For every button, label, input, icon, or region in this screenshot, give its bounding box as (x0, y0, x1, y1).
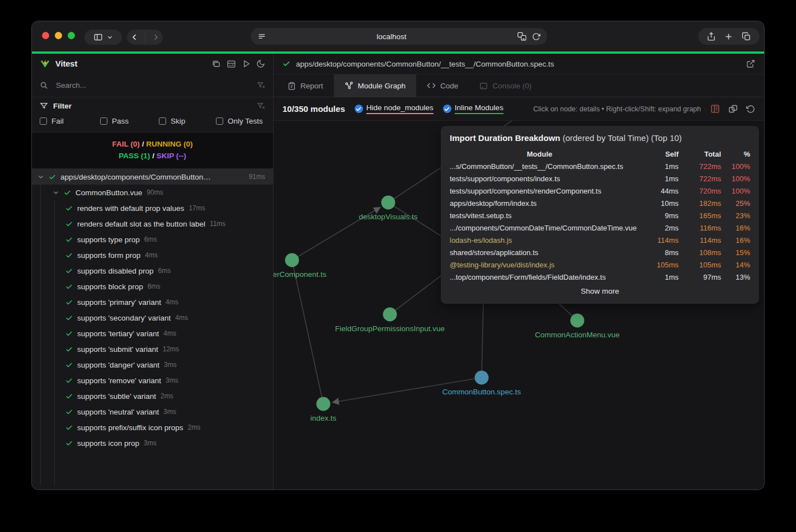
test-row[interactable]: supports 'danger' variant3ms (32, 357, 273, 373)
graph-node[interactable] (381, 196, 395, 210)
pan-layers-icon[interactable] (728, 104, 738, 114)
forward-icon[interactable] (152, 33, 160, 41)
graph-node-label: CommonActionMenu.vue (535, 331, 620, 339)
back-icon[interactable] (130, 33, 139, 41)
test-row[interactable]: supports icon prop3ms (32, 435, 273, 451)
graph-node[interactable] (317, 397, 331, 411)
self-cell: 105ms (643, 258, 679, 271)
self-cell: 8ms (643, 246, 679, 258)
page-format-icon[interactable] (257, 32, 266, 41)
graph-node[interactable] (475, 371, 489, 385)
tree-guide (40, 185, 41, 485)
chevron-down-icon[interactable] (37, 173, 44, 180)
close-button[interactable] (42, 32, 49, 39)
test-duration: 12ms (163, 345, 179, 353)
tab-module-graph[interactable]: Module Graph (334, 74, 417, 97)
check-icon (65, 205, 73, 212)
test-row[interactable]: supports 'subtle' variant2ms (32, 388, 273, 404)
filter-pass[interactable]: Pass (100, 117, 159, 125)
module-cell: ...top/components/Form/fields/FieldDate/… (450, 271, 643, 283)
module-graph-canvas[interactable]: desktopVisuals.tsrenderComponent.tsField… (274, 121, 764, 489)
check-icon (65, 408, 73, 416)
check-icon (65, 440, 73, 447)
sidebar-toggle-button[interactable] (84, 30, 122, 45)
self-cell: 10ms (643, 197, 679, 209)
refresh-icon[interactable] (532, 32, 540, 41)
graph-node[interactable] (571, 314, 585, 328)
run-all-icon[interactable] (242, 59, 251, 68)
sidebar-icon (93, 32, 103, 42)
check-icon (65, 267, 73, 275)
external-link-icon[interactable] (746, 59, 755, 68)
theme-moon-icon[interactable] (256, 59, 265, 68)
console-icon (479, 82, 488, 90)
test-row[interactable]: supports form prop4ms (32, 247, 273, 263)
pct-cell: 100% (721, 185, 750, 197)
test-suite-row[interactable]: CommonButton.vue 90ms (32, 185, 273, 200)
test-duration: 2ms (188, 423, 201, 431)
chevron-down-icon[interactable] (53, 189, 59, 196)
graph-node[interactable] (383, 308, 397, 322)
graph-node[interactable] (285, 253, 299, 267)
total-cell: 722ms (679, 160, 721, 172)
dashboard-icon[interactable] (227, 59, 236, 69)
self-cell: 1ms (643, 172, 679, 185)
tab-code[interactable]: Code (416, 74, 469, 97)
history-nav (127, 30, 163, 45)
module-cell: lodash-es/lodash.js (450, 234, 643, 246)
check-icon (282, 60, 290, 68)
test-row[interactable]: renders with default prop values17ms (32, 200, 273, 216)
tab-overview-icon[interactable] (742, 32, 751, 41)
test-name: supports 'subtle' variant (77, 392, 156, 401)
file-path: apps/desktop/components/CommonButton/__t… (296, 60, 554, 68)
reset-graph-icon[interactable] (746, 105, 755, 114)
show-more-button[interactable]: Show more (450, 287, 750, 295)
search-input[interactable] (55, 81, 250, 90)
filter-only-tests[interactable]: Only Tests (216, 117, 263, 125)
new-tab-icon[interactable] (724, 32, 733, 41)
module-cell: tests/vitest.setup.ts (450, 209, 643, 222)
tab-console[interactable]: Console (0) (469, 74, 542, 97)
hide-node-modules-checkbox[interactable]: Hide node_modules (355, 103, 434, 114)
test-row[interactable]: supports block prop6ms (32, 279, 273, 294)
minimize-button[interactable] (55, 32, 62, 39)
filter-skip[interactable]: Skip (159, 117, 216, 125)
tab-report[interactable]: Report (277, 74, 334, 97)
test-row[interactable]: supports 'submit' variant12ms (32, 341, 273, 357)
tab-bar: Report Module Graph Code Console (0) (274, 74, 764, 97)
zoom-button[interactable] (68, 32, 75, 39)
graph-node-label: index.ts (310, 414, 337, 422)
check-icon (65, 236, 73, 243)
filter-fail[interactable]: Fail (40, 117, 100, 125)
module-count: 10/350 modules (282, 104, 345, 114)
test-row[interactable]: supports 'primary' variant4ms (32, 294, 273, 310)
test-row[interactable]: renders default slot as the button label… (32, 216, 273, 232)
clear-filter-icon[interactable] (257, 81, 265, 90)
total-cell: 116ms (679, 222, 721, 234)
test-name: supports 'neutral' variant (77, 408, 159, 416)
main-panel: apps/desktop/components/CommonButton/__t… (274, 54, 764, 489)
address-bar[interactable]: localhost (251, 28, 547, 45)
share-icon[interactable] (706, 32, 716, 41)
file-duration: 91ms (249, 173, 265, 181)
clear-filter-icon[interactable] (257, 102, 265, 110)
total-cell: 182ms (679, 197, 721, 209)
test-row[interactable]: supports 'neutral' variant3ms (32, 404, 273, 420)
breakdown-table: Module Self Total % ...s/CommonButton/__… (450, 148, 750, 283)
checkbox-icon (159, 117, 166, 125)
inline-modules-checkbox[interactable]: Inline Modules (443, 103, 503, 114)
legend-book-icon[interactable] (710, 104, 720, 114)
translate-icon[interactable] (517, 31, 527, 41)
test-duration: 6ms (148, 283, 161, 290)
test-row[interactable]: supports 'secondary' variant4ms (32, 310, 273, 326)
windows-icon[interactable] (211, 59, 221, 69)
test-row[interactable]: supports 'tertiary' variant4ms (32, 326, 273, 341)
test-row[interactable]: supports 'remove' variant3ms (32, 373, 273, 388)
test-row[interactable]: supports prefix/suffix icon props2ms (32, 420, 273, 435)
test-row[interactable]: supports disabled prop6ms (32, 263, 273, 279)
total-cell: 720ms (679, 185, 721, 197)
sidebar-actions (211, 59, 265, 69)
test-row[interactable]: supports type prop6ms (32, 232, 273, 247)
test-file-row[interactable]: apps/desktop/components/CommonButton/__t… (32, 169, 273, 185)
check-icon (64, 189, 71, 196)
